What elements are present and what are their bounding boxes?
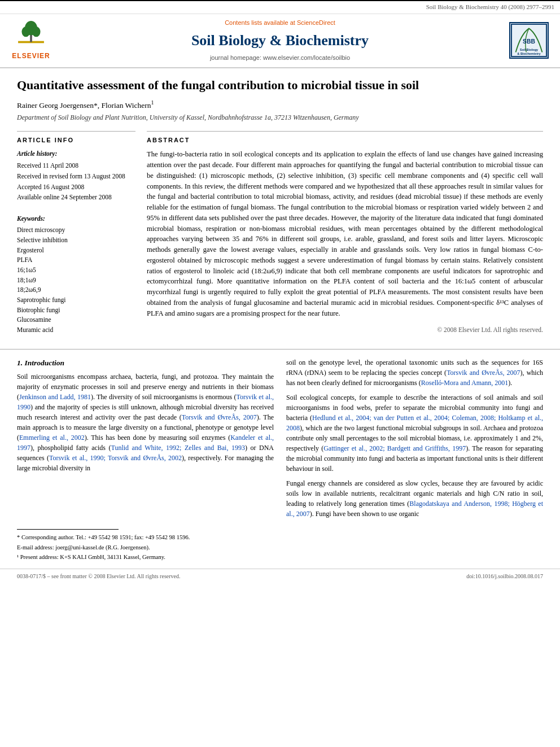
journal-center: Contents lists available at ScienceDirec… bbox=[56, 19, 504, 63]
introduction-section: 1. Introduction Soil microorganisms enco… bbox=[0, 357, 560, 523]
keywords-list: Direct microscopy Selective inhibition E… bbox=[17, 225, 135, 334]
article-info-heading: ARTICLE INFO bbox=[17, 136, 135, 145]
section-divider bbox=[0, 349, 560, 350]
present-address: ¹ Present address: K+S KALI GmbH, 34131 … bbox=[17, 553, 543, 562]
keyword-11: Muramic acid bbox=[17, 325, 135, 335]
journal-homepage: journal homepage: www.elsevier.com/locat… bbox=[56, 54, 504, 63]
intro-col2-para1: soil on the genotype level, the operatio… bbox=[286, 357, 543, 388]
abstract-heading: ABSTRACT bbox=[147, 136, 543, 145]
journal-title-banner: Soil Biology & Biochemistry bbox=[56, 30, 504, 51]
intro-heading-text: Introduction bbox=[25, 359, 65, 367]
intro-col2-para2: Soil ecological concepts, for example to… bbox=[286, 392, 543, 474]
email-address: E-mail address: joerg@uni-kassel.de (R.G… bbox=[17, 543, 543, 552]
received-date: Received 11 April 2008 bbox=[17, 161, 135, 171]
intro-heading: 1. Introduction bbox=[17, 357, 274, 369]
email-label: E-mail address: bbox=[17, 544, 55, 551]
svg-text:Soil Biology: Soil Biology bbox=[520, 48, 539, 51]
svg-point-3 bbox=[22, 27, 30, 37]
email-name: (R.G. Joergensen). bbox=[104, 544, 150, 551]
abstract-paragraph: The fungi-to-bacteria ratio in soil ecol… bbox=[147, 149, 543, 318]
intro-left-col: 1. Introduction Soil microorganisms enco… bbox=[17, 357, 274, 523]
journal-banner: ELSEVIER Contents lists available at Sci… bbox=[0, 14, 560, 68]
corresponding-author: * Corresponding author. Tel.: +49 5542 9… bbox=[17, 533, 543, 542]
journal-logo-right: SBB Soil Biology & Biochemistry bbox=[504, 22, 554, 59]
keyword-9: Biotrophic fungi bbox=[17, 305, 135, 315]
revised-date: Received in revised form 13 August 2008 bbox=[17, 172, 135, 181]
abstract-column: ABSTRACT The fungi-to-bacteria ratio in … bbox=[147, 131, 543, 335]
accepted-date: Accepted 16 August 2008 bbox=[17, 182, 135, 192]
elsevier-label: ELSEVIER bbox=[12, 51, 50, 61]
intro-two-col: 1. Introduction Soil microorganisms enco… bbox=[17, 357, 543, 523]
intro-right-col: soil on the genotype level, the operatio… bbox=[286, 357, 543, 523]
abstract-text: The fungi-to-bacteria ratio in soil ecol… bbox=[147, 149, 543, 318]
issn-text: 0038-0717/$ – see front matter © 2008 El… bbox=[17, 573, 180, 581]
journal-ref: Soil Biology & Biochemistry 40 (2008) 29… bbox=[426, 3, 554, 10]
available-date: Available online 24 September 2008 bbox=[17, 193, 135, 202]
article-info-column: ARTICLE INFO Article history: Received 1… bbox=[17, 131, 135, 335]
footnote-divider bbox=[17, 529, 119, 530]
journal-header: Soil Biology & Biochemistry 40 (2008) 29… bbox=[0, 0, 560, 68]
keyword-10: Glucosamine bbox=[17, 315, 135, 325]
keyword-1: Direct microscopy bbox=[17, 225, 135, 235]
article-authors: Rainer Georg Joergensen*, Florian Wicher… bbox=[17, 99, 543, 111]
intro-col1-text: Soil microorganisms encompass archaea, b… bbox=[17, 372, 274, 473]
elsevier-logo: ELSEVIER bbox=[6, 20, 56, 61]
bottom-bar: 0038-0717/$ – see front matter © 2008 El… bbox=[0, 569, 560, 584]
keyword-5: 16;1ω5 bbox=[17, 265, 135, 275]
intro-section-num: 1. bbox=[17, 359, 23, 367]
author-sup: 1 bbox=[151, 99, 154, 106]
article-title: Quantitative assessment of the fungal co… bbox=[17, 77, 543, 94]
keyword-8: Saprotrophic fungi bbox=[17, 295, 135, 305]
email-link[interactable]: joerg@uni-kassel.de bbox=[55, 544, 104, 551]
history-label: Article history: bbox=[17, 149, 135, 159]
keyword-7: 18;2ω6,9 bbox=[17, 285, 135, 295]
sbb-logo-icon: SBB Soil Biology & Biochemistry bbox=[509, 22, 549, 59]
doi-text: doi:10.1016/j.soilbio.2008.08.017 bbox=[466, 573, 543, 581]
keyword-3: Ergosterol bbox=[17, 246, 135, 255]
keyword-6: 18;1ω9 bbox=[17, 276, 135, 285]
article-content: Quantitative assessment of the fungal co… bbox=[0, 68, 560, 341]
copyright-line: © 2008 Elsevier Ltd. All rights reserved… bbox=[147, 323, 543, 335]
keywords-label: Keywords: bbox=[17, 214, 135, 224]
article-affiliation: Department of Soil Biology and Plant Nut… bbox=[17, 113, 543, 123]
footnotes: * Corresponding author. Tel.: +49 5542 9… bbox=[0, 533, 560, 569]
journal-top-bar: Soil Biology & Biochemistry 40 (2008) 29… bbox=[0, 1, 560, 14]
authors-text: Rainer Georg Joergensen*, Florian Wicher… bbox=[17, 101, 151, 110]
svg-text:SBB: SBB bbox=[523, 38, 535, 45]
elsevier-tree-icon bbox=[14, 20, 48, 51]
intro-col2-para3: Fungal energy channels are considered as… bbox=[286, 478, 543, 519]
keyword-2: Selective inhibition bbox=[17, 235, 135, 245]
svg-text:& Biochemistry: & Biochemistry bbox=[517, 53, 541, 56]
sciencedirect-text: Contents lists available at ScienceDirec… bbox=[56, 19, 504, 28]
keyword-4: PLFA bbox=[17, 255, 135, 265]
page-wrapper: Soil Biology & Biochemistry 40 (2008) 29… bbox=[0, 0, 560, 584]
two-column-layout: ARTICLE INFO Article history: Received 1… bbox=[17, 131, 543, 335]
svg-point-4 bbox=[32, 27, 41, 37]
